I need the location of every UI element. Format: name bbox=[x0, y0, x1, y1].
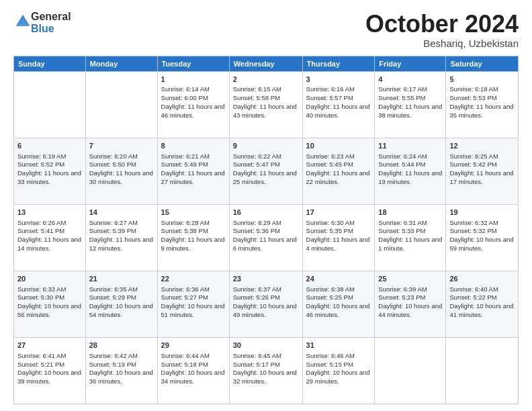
day-info: Sunrise: 6:25 AM Sunset: 5:42 PM Dayligh… bbox=[449, 152, 515, 187]
day-info: Sunrise: 6:40 AM Sunset: 5:22 PM Dayligh… bbox=[449, 285, 515, 320]
logo-general: General bbox=[31, 11, 71, 22]
calendar-cell bbox=[85, 71, 157, 138]
calendar-cell: 9Sunrise: 6:22 AM Sunset: 5:47 PM Daylig… bbox=[229, 138, 302, 204]
header: General Blue October 2024 Beshariq, Uzbe… bbox=[13, 11, 519, 49]
calendar-cell: 29Sunrise: 6:44 AM Sunset: 5:18 PM Dayli… bbox=[157, 337, 229, 404]
day-number: 10 bbox=[306, 141, 371, 151]
calendar-cell: 10Sunrise: 6:23 AM Sunset: 5:45 PM Dayli… bbox=[302, 138, 375, 204]
day-info: Sunrise: 6:38 AM Sunset: 5:25 PM Dayligh… bbox=[306, 285, 371, 320]
day-info: Sunrise: 6:32 AM Sunset: 5:32 PM Dayligh… bbox=[449, 219, 515, 253]
calendar-cell: 26Sunrise: 6:40 AM Sunset: 5:22 PM Dayli… bbox=[446, 271, 519, 337]
day-number: 19 bbox=[449, 208, 515, 218]
day-info: Sunrise: 6:39 AM Sunset: 5:23 PM Dayligh… bbox=[378, 285, 442, 320]
calendar-cell bbox=[14, 71, 86, 138]
calendar-cell: 11Sunrise: 6:24 AM Sunset: 5:44 PM Dayli… bbox=[375, 138, 446, 204]
calendar-cell: 2Sunrise: 6:15 AM Sunset: 5:58 PM Daylig… bbox=[229, 71, 302, 138]
day-number: 13 bbox=[17, 208, 82, 218]
day-info: Sunrise: 6:41 AM Sunset: 5:21 PM Dayligh… bbox=[17, 352, 82, 386]
day-number: 14 bbox=[89, 208, 154, 218]
location: Beshariq, Uzbekistan bbox=[365, 38, 519, 49]
day-number: 25 bbox=[378, 274, 442, 284]
header-row: Sunday Monday Tuesday Wednesday Thursday… bbox=[14, 56, 519, 71]
calendar-week-1: 1Sunrise: 6:14 AM Sunset: 6:00 PM Daylig… bbox=[14, 71, 519, 138]
day-info: Sunrise: 6:22 AM Sunset: 5:47 PM Dayligh… bbox=[233, 152, 299, 187]
day-number: 4 bbox=[378, 75, 442, 85]
day-info: Sunrise: 6:29 AM Sunset: 5:36 PM Dayligh… bbox=[233, 219, 299, 253]
day-info: Sunrise: 6:14 AM Sunset: 6:00 PM Dayligh… bbox=[161, 85, 226, 120]
day-info: Sunrise: 6:31 AM Sunset: 5:33 PM Dayligh… bbox=[378, 219, 442, 253]
calendar-cell: 24Sunrise: 6:38 AM Sunset: 5:25 PM Dayli… bbox=[302, 271, 375, 337]
logo-icon bbox=[15, 13, 31, 30]
calendar-cell bbox=[446, 337, 519, 404]
calendar-cell: 13Sunrise: 6:26 AM Sunset: 5:41 PM Dayli… bbox=[14, 204, 86, 271]
day-number: 2 bbox=[233, 75, 299, 85]
day-number: 21 bbox=[89, 274, 154, 284]
day-number: 26 bbox=[449, 274, 515, 284]
calendar-cell: 27Sunrise: 6:41 AM Sunset: 5:21 PM Dayli… bbox=[14, 337, 86, 404]
calendar-week-3: 13Sunrise: 6:26 AM Sunset: 5:41 PM Dayli… bbox=[14, 204, 519, 271]
day-info: Sunrise: 6:42 AM Sunset: 5:19 PM Dayligh… bbox=[89, 352, 154, 386]
day-number: 12 bbox=[449, 141, 515, 151]
day-info: Sunrise: 6:35 AM Sunset: 5:29 PM Dayligh… bbox=[89, 285, 154, 320]
calendar-cell: 12Sunrise: 6:25 AM Sunset: 5:42 PM Dayli… bbox=[446, 138, 519, 204]
day-info: Sunrise: 6:20 AM Sunset: 5:50 PM Dayligh… bbox=[89, 152, 154, 187]
day-number: 28 bbox=[89, 340, 154, 351]
calendar-cell: 21Sunrise: 6:35 AM Sunset: 5:29 PM Dayli… bbox=[85, 271, 157, 337]
calendar-cell: 19Sunrise: 6:32 AM Sunset: 5:32 PM Dayli… bbox=[446, 204, 519, 271]
col-saturday: Saturday bbox=[446, 56, 519, 71]
calendar-cell: 30Sunrise: 6:45 AM Sunset: 5:17 PM Dayli… bbox=[229, 337, 302, 404]
day-number: 3 bbox=[306, 75, 371, 85]
calendar-body: 1Sunrise: 6:14 AM Sunset: 6:00 PM Daylig… bbox=[14, 71, 519, 404]
calendar-cell: 8Sunrise: 6:21 AM Sunset: 5:49 PM Daylig… bbox=[157, 138, 229, 204]
calendar-cell: 17Sunrise: 6:30 AM Sunset: 5:35 PM Dayli… bbox=[302, 204, 375, 271]
day-number: 20 bbox=[17, 274, 82, 284]
calendar-cell: 4Sunrise: 6:17 AM Sunset: 5:55 PM Daylig… bbox=[375, 71, 446, 138]
day-info: Sunrise: 6:28 AM Sunset: 5:38 PM Dayligh… bbox=[161, 219, 226, 253]
col-tuesday: Tuesday bbox=[157, 56, 229, 71]
calendar-cell: 25Sunrise: 6:39 AM Sunset: 5:23 PM Dayli… bbox=[375, 271, 446, 337]
day-info: Sunrise: 6:44 AM Sunset: 5:18 PM Dayligh… bbox=[161, 352, 226, 386]
col-monday: Monday bbox=[85, 56, 157, 71]
day-number: 11 bbox=[378, 141, 442, 151]
day-number: 16 bbox=[233, 208, 299, 218]
day-info: Sunrise: 6:46 AM Sunset: 5:15 PM Dayligh… bbox=[306, 352, 371, 386]
day-info: Sunrise: 6:24 AM Sunset: 5:44 PM Dayligh… bbox=[378, 152, 442, 187]
col-sunday: Sunday bbox=[14, 56, 86, 71]
calendar-cell bbox=[375, 337, 446, 404]
day-info: Sunrise: 6:17 AM Sunset: 5:55 PM Dayligh… bbox=[378, 85, 442, 120]
calendar-week-4: 20Sunrise: 6:33 AM Sunset: 5:30 PM Dayli… bbox=[14, 271, 519, 337]
calendar-cell: 5Sunrise: 6:18 AM Sunset: 5:53 PM Daylig… bbox=[446, 71, 519, 138]
day-number: 27 bbox=[17, 340, 82, 351]
logo: General Blue bbox=[13, 11, 71, 36]
title-block: October 2024 Beshariq, Uzbekistan bbox=[365, 11, 519, 49]
day-number: 17 bbox=[306, 208, 371, 218]
calendar-cell: 20Sunrise: 6:33 AM Sunset: 5:30 PM Dayli… bbox=[14, 271, 86, 337]
day-number: 9 bbox=[233, 141, 299, 151]
day-info: Sunrise: 6:23 AM Sunset: 5:45 PM Dayligh… bbox=[306, 152, 371, 187]
col-thursday: Thursday bbox=[302, 56, 375, 71]
day-info: Sunrise: 6:45 AM Sunset: 5:17 PM Dayligh… bbox=[233, 352, 299, 386]
day-number: 23 bbox=[233, 274, 299, 284]
day-info: Sunrise: 6:16 AM Sunset: 5:57 PM Dayligh… bbox=[306, 85, 371, 120]
calendar-cell: 31Sunrise: 6:46 AM Sunset: 5:15 PM Dayli… bbox=[302, 337, 375, 404]
day-info: Sunrise: 6:33 AM Sunset: 5:30 PM Dayligh… bbox=[17, 285, 82, 320]
day-number: 18 bbox=[378, 208, 442, 218]
calendar-week-2: 6Sunrise: 6:19 AM Sunset: 5:52 PM Daylig… bbox=[14, 138, 519, 204]
day-info: Sunrise: 6:30 AM Sunset: 5:35 PM Dayligh… bbox=[306, 219, 371, 253]
day-info: Sunrise: 6:21 AM Sunset: 5:49 PM Dayligh… bbox=[161, 152, 226, 187]
day-info: Sunrise: 6:27 AM Sunset: 5:39 PM Dayligh… bbox=[89, 219, 154, 253]
calendar-cell: 16Sunrise: 6:29 AM Sunset: 5:36 PM Dayli… bbox=[229, 204, 302, 271]
day-number: 22 bbox=[161, 274, 226, 284]
calendar-cell: 6Sunrise: 6:19 AM Sunset: 5:52 PM Daylig… bbox=[14, 138, 86, 204]
day-number: 24 bbox=[306, 274, 371, 284]
day-number: 30 bbox=[233, 340, 299, 351]
day-info: Sunrise: 6:19 AM Sunset: 5:52 PM Dayligh… bbox=[17, 152, 82, 187]
calendar-cell: 23Sunrise: 6:37 AM Sunset: 5:26 PM Dayli… bbox=[229, 271, 302, 337]
calendar-cell: 18Sunrise: 6:31 AM Sunset: 5:33 PM Dayli… bbox=[375, 204, 446, 271]
page: General Blue October 2024 Beshariq, Uzbe… bbox=[0, 0, 532, 411]
day-info: Sunrise: 6:37 AM Sunset: 5:26 PM Dayligh… bbox=[233, 285, 299, 320]
day-number: 31 bbox=[306, 340, 371, 351]
col-friday: Friday bbox=[375, 56, 446, 71]
col-wednesday: Wednesday bbox=[229, 56, 302, 71]
day-info: Sunrise: 6:26 AM Sunset: 5:41 PM Dayligh… bbox=[17, 219, 82, 253]
